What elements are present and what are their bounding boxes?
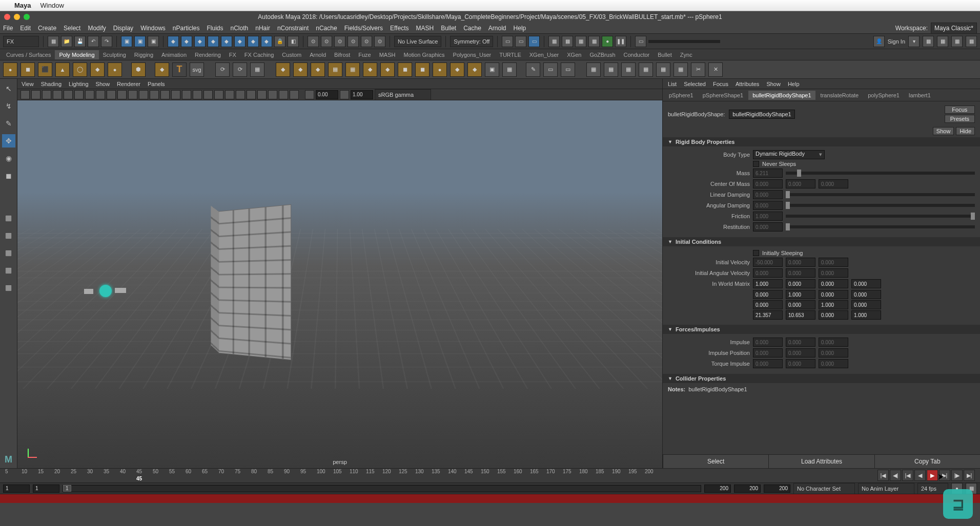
impulse-z-field[interactable] [819,338,848,347]
shelf-item-icon[interactable]: ◆ [467,62,482,77]
viewport[interactable]: persp [17,100,662,468]
menu-effects[interactable]: Effects [390,25,409,32]
shelf-item-icon[interactable]: ⟳ [233,62,247,77]
shelf-tab[interactable]: FX [225,50,240,59]
panel-tool-icon[interactable] [150,90,159,99]
menu-bullet[interactable]: Bullet [441,25,456,32]
poly-type-icon[interactable]: T [172,62,187,77]
scale-tool-icon[interactable]: ◼ [2,169,15,182]
iav-z-field[interactable] [819,268,848,278]
exposure-field[interactable] [316,90,338,99]
ae-hide-button[interactable]: Hide [956,127,975,135]
iwm-field[interactable] [851,279,881,288]
shelf-item-icon[interactable]: ✕ [708,62,723,77]
panel-layout-icon[interactable]: ▭ [528,36,540,47]
ae-menu-selected[interactable]: Selected [684,81,706,87]
body-type-dropdown[interactable]: Dynamic RigidBody [753,150,825,159]
shelf-tab[interactable]: Arnold [305,50,330,59]
impulse-y-field[interactable] [786,338,815,347]
panel-menu-panels[interactable]: Panels [148,81,165,87]
shelf-tab[interactable]: Fuze [354,50,375,59]
mac-app-name[interactable]: Maya [14,2,31,9]
shelf-tab[interactable]: XGen_User [525,50,563,59]
snap-icon[interactable]: ⊙ [374,36,385,47]
render-icon[interactable]: ▦ [562,36,573,47]
iwm-field[interactable] [786,290,815,299]
section-rigid-body[interactable]: ▼Rigid Body Properties [663,137,980,146]
snap-icon[interactable]: ⊙ [348,36,359,47]
iwm-field[interactable] [753,279,783,288]
iav-y-field[interactable] [786,268,815,278]
panel-tool-icon[interactable] [96,90,105,99]
multicut-icon[interactable]: ✎ [526,62,540,77]
iv-x-field[interactable] [753,258,783,267]
panel-tool-icon[interactable] [21,90,30,99]
render-icon[interactable]: ▦ [575,36,586,47]
step-back-key-button[interactable]: ◀| [890,470,901,481]
shelf-item-icon[interactable]: ▦ [586,62,601,77]
account-icon[interactable]: 👤 [873,36,885,47]
shelf-item-icon[interactable]: ▣ [485,62,499,77]
snap-icon[interactable]: ⊙ [321,36,332,47]
menu-fields[interactable]: Fields/Solvers [344,25,383,32]
iwm-field[interactable] [786,310,815,320]
panel-tool-icon[interactable] [340,90,349,99]
com-x-field[interactable] [753,179,783,188]
iwm-field[interactable] [851,290,881,299]
svg-icon[interactable]: svg [190,62,204,77]
layout-icon[interactable]: ▦ [2,246,15,259]
impulse-pos-y-field[interactable] [786,348,815,357]
poly-torus-icon[interactable]: ◯ [73,62,87,77]
range-track[interactable]: 1 [63,485,701,492]
panel-tool-icon[interactable] [225,90,234,99]
select-mode-icon[interactable]: ▣ [134,36,146,47]
gamma-field[interactable] [351,90,373,99]
shelf-item-icon[interactable]: ▦ [502,62,517,77]
pause-icon[interactable]: ❚❚ [615,36,626,47]
ae-focus-button[interactable]: Focus [945,106,975,114]
menu-file[interactable]: File [3,25,13,32]
panel-tool-icon[interactable] [305,90,314,99]
shelf-tab[interactable]: Rendering [191,50,225,59]
shelf-item-icon[interactable]: ◼ [415,62,430,77]
layout-icon[interactable]: ▦ [2,228,15,242]
snap-icon[interactable]: ⊙ [308,36,319,47]
iwm-field[interactable] [753,290,783,299]
menu-display[interactable]: Display [113,25,133,32]
anim-start-field[interactable] [3,485,30,493]
go-to-end-button[interactable]: ▶| [964,470,975,481]
toggle-icon[interactable]: ▦ [923,36,934,47]
shelf-item-icon[interactable]: ◆ [293,62,308,77]
panel-tool-icon[interactable] [31,90,40,99]
shelf-item-icon[interactable]: ◆ [276,62,290,77]
ae-menu-help[interactable]: Help [788,81,800,87]
lock-icon[interactable]: 🔒 [274,36,285,47]
panel-tool-icon[interactable] [42,90,51,99]
angular-damping-slider[interactable] [786,204,975,207]
panel-tool-icon[interactable] [193,90,202,99]
shelf-tab[interactable]: MASH [375,50,400,59]
shelf-tab[interactable]: Bullet [654,50,676,59]
poly-cone-icon[interactable]: ▲ [55,62,70,77]
torque-y-field[interactable] [786,359,815,368]
shelf-tab[interactable]: FX Caching [240,50,278,59]
go-to-start-button[interactable]: |◀ [877,470,889,481]
shelf-item-icon[interactable]: ▭ [561,62,575,77]
panel-tool-icon[interactable] [290,90,299,99]
step-forward-key-button[interactable]: |▶ [951,470,963,481]
anim-layer-dropdown[interactable]: No Anim Layer [858,483,914,494]
shelf-item-icon[interactable]: ◆ [311,62,325,77]
playback-end-field[interactable] [704,485,731,493]
ae-tab[interactable]: translateRotate [816,91,863,100]
signin-dropdown-icon[interactable]: ▾ [908,36,920,47]
save-scene-icon[interactable]: 💾 [74,36,86,47]
menu-windows[interactable]: Windows [140,25,166,32]
shelf-item-icon[interactable]: ▦ [639,62,653,77]
linear-damping-field[interactable] [753,190,783,199]
play-forward-button[interactable]: ▶ [927,470,938,481]
shelf-item-icon[interactable]: ◆ [363,62,377,77]
platonic-icon[interactable]: ⬢ [131,62,146,77]
panel-menu-lighting[interactable]: Lighting [69,81,89,87]
panel-tool-icon[interactable] [117,90,127,99]
panel-tool-icon[interactable] [171,90,180,99]
